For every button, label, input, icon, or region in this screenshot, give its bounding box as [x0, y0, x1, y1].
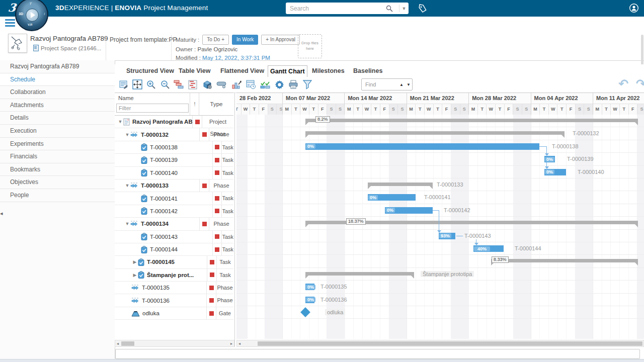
sidebar-item-project[interactable]: Razvoj Pantografa AB789	[0, 60, 115, 73]
gantt-row[interactable]: T-0000133	[236, 178, 644, 191]
maturity-inapproval-button[interactable]: + In Approval	[261, 35, 300, 45]
table-row[interactable]: T-0000138 Task	[115, 141, 233, 154]
task-bar[interactable]: 0%	[305, 284, 314, 290]
scroll-right-icon[interactable]: ▸	[230, 341, 232, 346]
summary-bar[interactable]	[368, 183, 433, 186]
tab-structured-view[interactable]: Structured View	[124, 65, 176, 77]
find-input[interactable]	[362, 81, 398, 87]
zoom-out-icon[interactable]	[159, 78, 171, 90]
gantt-row[interactable]: T-0000132	[236, 127, 644, 140]
gantt-row[interactable]: 0% T-0000135	[236, 281, 644, 293]
notes-icon[interactable]	[118, 78, 130, 90]
compass-play-icon[interactable]	[26, 9, 39, 22]
search-chevron-icon[interactable]: ▼	[399, 6, 409, 11]
tag-icon[interactable]	[418, 4, 428, 14]
table-row[interactable]: T-0000143 Task	[115, 231, 233, 243]
redo-icon[interactable]: ↷	[636, 77, 644, 91]
tools-icon[interactable]	[201, 78, 213, 90]
name-column-header[interactable]: Name	[115, 93, 190, 115]
settings-gear-icon[interactable]	[273, 78, 285, 90]
caret-down-icon[interactable]: ▼	[124, 221, 130, 226]
task-bar[interactable]: 0%	[385, 207, 433, 214]
summary-bar[interactable]	[491, 259, 638, 262]
scrollbar-thumb[interactable]	[258, 341, 642, 346]
caret-down-icon[interactable]: ▼	[117, 119, 123, 124]
table-row[interactable]: T-0000139 Task	[115, 154, 233, 166]
project-thumbnail[interactable]	[8, 34, 27, 53]
gantt-row[interactable]: odluka	[236, 306, 644, 319]
maturity-todo-button[interactable]: To Do +	[202, 35, 229, 45]
find-box[interactable]: ▲ ▼	[361, 78, 413, 90]
gantt-row[interactable]: Štampanje prototipa	[236, 268, 644, 281]
print-icon[interactable]	[287, 78, 299, 90]
gantt-row[interactable]: 18.37%	[236, 217, 644, 229]
gantt-cascade-icon[interactable]	[173, 78, 185, 90]
eraser-icon[interactable]	[215, 78, 227, 90]
table-row[interactable]: T-0000144 Task	[115, 243, 233, 256]
task-bar[interactable]: 40%	[473, 245, 504, 252]
table-row[interactable]: ▼ T-0000134 Phase	[115, 218, 233, 230]
table-row[interactable]: T-0000140 Task	[115, 167, 233, 179]
search-input[interactable]	[286, 5, 386, 12]
gantt-row[interactable]: 0% T-0000140	[236, 166, 644, 178]
gantt-hscrollbar[interactable]: ◂	[236, 340, 644, 347]
table-row[interactable]: odluka Gate	[115, 307, 233, 320]
scrollbar-thumb[interactable]	[121, 341, 134, 346]
tab-milestones[interactable]: Milestones	[310, 65, 347, 77]
gantt-row[interactable]: 0% T-0000139	[236, 153, 644, 165]
filter-input[interactable]	[116, 104, 189, 113]
table-row[interactable]: ▼ Razvoj Pantografa AB... Project Space	[115, 116, 233, 128]
panel-splitter[interactable]	[234, 93, 235, 347]
task-bar[interactable]: 0%	[368, 194, 416, 201]
summary-bar[interactable]	[305, 272, 414, 276]
table-row[interactable]: ▼ T-0000133 Phase	[115, 179, 233, 192]
type-column-header[interactable]: Type	[199, 93, 233, 115]
footer-input[interactable]	[115, 349, 640, 359]
task-bar[interactable]: 0%	[305, 143, 539, 150]
user-icon[interactable]	[629, 3, 639, 13]
fit-view-icon[interactable]	[131, 78, 143, 90]
caret-down-icon[interactable]: ▼	[124, 183, 130, 188]
undo-icon[interactable]: ↶	[618, 77, 628, 91]
project-subtitle[interactable]: Project Space (21646...	[33, 45, 101, 51]
table-row[interactable]: T-0000142 Task	[115, 205, 233, 218]
sidebar-item-collaboration[interactable]: Collaboration	[0, 86, 115, 99]
gantt-row[interactable]: 0% T-0000138	[236, 140, 644, 153]
sidebar-item-financials[interactable]: Financials	[0, 150, 115, 163]
drop-files-zone[interactable]: Drop files here	[298, 34, 322, 58]
chart-up-icon[interactable]	[231, 78, 243, 90]
tab-baselines[interactable]: Baselines	[351, 65, 384, 77]
find-prev-icon[interactable]: ▲	[398, 82, 405, 87]
table-row[interactable]: T-0000141 Task	[115, 192, 233, 205]
table-row[interactable]: T-0000136 Phase	[115, 294, 233, 307]
zoom-in-icon[interactable]	[145, 78, 157, 90]
task-bar[interactable]: 93%	[439, 233, 455, 239]
alert-column-header[interactable]: !	[190, 93, 199, 115]
sidebar-item-details[interactable]: Details	[0, 112, 115, 125]
validate-icon[interactable]	[259, 78, 271, 90]
sidebar-collapse-icon[interactable]: ◂	[0, 210, 3, 217]
filter-funnel-icon[interactable]	[301, 78, 313, 90]
hamburger-menu-icon[interactable]	[5, 19, 15, 28]
sidebar-item-attachments[interactable]: Attachments	[0, 99, 115, 112]
gantt-row[interactable]: 40% T-0000144	[236, 242, 644, 255]
task-bar[interactable]: 0%	[305, 297, 314, 303]
gantt-row[interactable]: 0% T-0000136	[236, 294, 644, 306]
grid-hscrollbar[interactable]: ◂ ▸	[115, 340, 234, 347]
caret-right-icon[interactable]: ▶	[132, 273, 138, 278]
gantt-row[interactable]: 0% T-0000141	[236, 191, 644, 204]
milestone-diamond[interactable]	[300, 307, 310, 317]
sidebar-item-bookmarks[interactable]: Bookmarks	[0, 163, 115, 176]
magnifier-icon[interactable]	[386, 5, 399, 12]
scroll-left-icon[interactable]: ◂	[238, 341, 240, 346]
table-row[interactable]: ▶ T-0000145 Task	[115, 256, 233, 268]
sidebar-item-execution[interactable]: Execution	[0, 125, 115, 138]
task-bar[interactable]: 0%	[544, 169, 566, 175]
summary-bar[interactable]	[305, 119, 638, 122]
maturity-inwork-button[interactable]: In Work	[232, 35, 258, 45]
task-bar[interactable]: 0%	[544, 156, 555, 162]
sidebar-item-schedule[interactable]: Schedule	[0, 73, 115, 86]
table-row[interactable]: ▶ Štampanje prot... Task	[115, 269, 233, 282]
scroll-left-icon[interactable]: ◂	[117, 341, 119, 346]
summary-bar[interactable]	[305, 131, 565, 135]
